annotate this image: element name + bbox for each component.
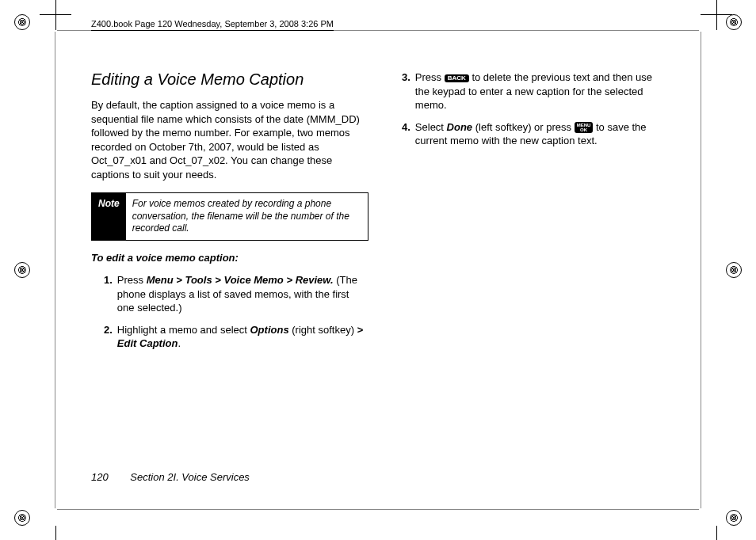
- registration-mark-left: [14, 262, 30, 278]
- back-key-icon: BACK: [445, 74, 469, 82]
- document-page: Z400.book Page 120 Wednesday, September …: [75, 16, 685, 507]
- note-text: For voice memos created by recording a p…: [126, 193, 368, 240]
- page-footer: 120 Section 2I. Voice Services: [91, 471, 250, 483]
- step-body: Select Done (left softkey) or press MENU…: [415, 120, 666, 148]
- registration-mark-bl: [14, 510, 30, 526]
- steps-right: 3. Press BACK to delete the previous tex…: [389, 70, 666, 148]
- step-2: 2. Highlight a memo and select Options (…: [91, 323, 368, 351]
- section-title: Editing a Voice Memo Caption: [91, 70, 368, 89]
- step-3: 3. Press BACK to delete the previous tex…: [389, 70, 666, 112]
- softkey-name: Done: [447, 121, 473, 133]
- crop-line-right: [701, 32, 701, 508]
- menu-ok-key-icon: MENUOK: [575, 122, 594, 133]
- registration-mark-br: [726, 510, 742, 526]
- steps-left: 1. Press Menu > Tools > Voice Memo > Rev…: [91, 273, 368, 351]
- book-header: Z400.book Page 120 Wednesday, September …: [91, 19, 334, 31]
- step-number: 3.: [402, 70, 410, 112]
- softkey-name: Options: [250, 324, 289, 336]
- step-number: 4.: [402, 120, 410, 148]
- intro-paragraph: By default, the caption assigned to a vo…: [91, 98, 368, 181]
- step-body: Press Menu > Tools > Voice Memo > Review…: [117, 273, 368, 315]
- content-columns: Editing a Voice Memo Caption By default,…: [91, 70, 685, 359]
- crop-line-left: [55, 32, 55, 508]
- menu-path: Menu > Tools > Voice Memo > Review.: [147, 274, 334, 286]
- right-column: 3. Press BACK to delete the previous tex…: [389, 70, 666, 359]
- left-column: Editing a Voice Memo Caption By default,…: [91, 70, 368, 359]
- step-1: 1. Press Menu > Tools > Voice Memo > Rev…: [91, 273, 368, 315]
- registration-mark-tr: [726, 14, 742, 30]
- note-label: Note: [92, 193, 126, 240]
- note-box: Note For voice memos created by recordin…: [91, 192, 368, 241]
- page-number: 120: [91, 471, 109, 483]
- step-number: 1.: [104, 273, 113, 315]
- procedure-heading: To edit a voice memo caption:: [91, 252, 368, 264]
- registration-mark-right: [726, 262, 742, 278]
- step-4: 4. Select Done (left softkey) or press M…: [389, 120, 666, 148]
- crop-line-bottom: [57, 509, 699, 510]
- step-body: Highlight a memo and select Options (rig…: [117, 323, 368, 351]
- step-number: 2.: [104, 323, 113, 351]
- registration-mark-tl: [14, 14, 30, 30]
- step-body: Press BACK to delete the previous text a…: [415, 70, 666, 112]
- section-name: Section 2I. Voice Services: [130, 471, 250, 483]
